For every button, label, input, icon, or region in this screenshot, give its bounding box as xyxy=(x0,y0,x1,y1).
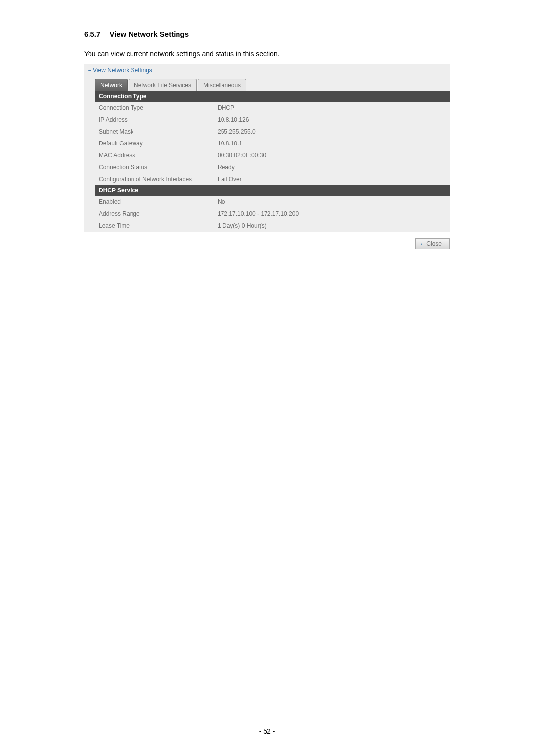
section-heading: 6.5.7View Network Settings xyxy=(84,30,450,38)
tab-network-file-services[interactable]: Network File Services xyxy=(129,79,197,91)
row-connection-type: Connection Type DHCP xyxy=(95,102,450,114)
label-connection-type: Connection Type xyxy=(99,104,218,111)
panel-title-text: View Network Settings xyxy=(93,67,152,74)
row-default-gateway: Default Gateway 10.8.10.1 xyxy=(95,138,450,149)
row-ip-address: IP Address 10.8.10.126 xyxy=(95,114,450,126)
tab-miscellaneous[interactable]: Miscellaneous xyxy=(198,79,246,91)
row-lease-time: Lease Time 1 Day(s) 0 Hour(s) xyxy=(95,220,450,232)
value-address-range: 172.17.10.100 - 172.17.10.200 xyxy=(218,210,450,217)
row-dhcp-enabled: Enabled No xyxy=(95,196,450,208)
label-connection-status: Connection Status xyxy=(99,164,218,171)
value-dhcp-enabled: No xyxy=(218,198,450,205)
label-dhcp-enabled: Enabled xyxy=(99,198,218,205)
page-number: - 52 - xyxy=(0,727,534,735)
close-row: ▪ Close xyxy=(84,238,450,249)
label-mac-address: MAC Address xyxy=(99,152,218,159)
panel-header[interactable]: −View Network Settings xyxy=(84,66,450,77)
section-bar-connection-type: Connection Type xyxy=(95,91,450,102)
section-bar-dhcp-service: DHCP Service xyxy=(95,185,450,196)
label-default-gateway: Default Gateway xyxy=(99,140,218,147)
value-lease-time: 1 Day(s) 0 Hour(s) xyxy=(218,222,450,229)
value-subnet-mask: 255.255.255.0 xyxy=(218,128,450,135)
section-number: 6.5.7 xyxy=(84,30,100,38)
bullet-icon: ▪ xyxy=(421,241,423,247)
network-settings-panel: −View Network Settings Network Network F… xyxy=(84,64,450,232)
label-lease-time: Lease Time xyxy=(99,222,218,229)
value-ip-address: 10.8.10.126 xyxy=(218,116,450,123)
intro-text: You can view current network settings an… xyxy=(84,50,450,58)
section-title: View Network Settings xyxy=(109,30,189,38)
tab-network[interactable]: Network xyxy=(95,79,128,91)
label-subnet-mask: Subnet Mask xyxy=(99,128,218,135)
value-mac-address: 00:30:02:0E:00:30 xyxy=(218,152,450,159)
row-subnet-mask: Subnet Mask 255.255.255.0 xyxy=(95,126,450,138)
value-connection-status: Ready xyxy=(218,164,450,171)
value-connection-type: DHCP xyxy=(218,104,450,111)
row-address-range: Address Range 172.17.10.100 - 172.17.10.… xyxy=(95,208,450,220)
row-connection-status: Connection Status Ready xyxy=(95,161,450,173)
tab-content: Connection Type Connection Type DHCP IP … xyxy=(95,91,450,232)
label-address-range: Address Range xyxy=(99,210,218,217)
label-ip-address: IP Address xyxy=(99,116,218,123)
row-mac-address: MAC Address 00:30:02:0E:00:30 xyxy=(95,149,450,161)
close-button[interactable]: ▪ Close xyxy=(415,238,450,249)
close-button-label: Close xyxy=(426,240,442,247)
value-default-gateway: 10.8.10.1 xyxy=(218,140,450,147)
row-config-interfaces: Configuration of Network Interfaces Fail… xyxy=(95,173,450,185)
label-config-interfaces: Configuration of Network Interfaces xyxy=(99,176,218,183)
collapse-toggle-icon[interactable]: − xyxy=(87,67,92,74)
value-config-interfaces: Fail Over xyxy=(218,176,450,183)
tabs-row: Network Network File Services Miscellane… xyxy=(95,77,450,91)
